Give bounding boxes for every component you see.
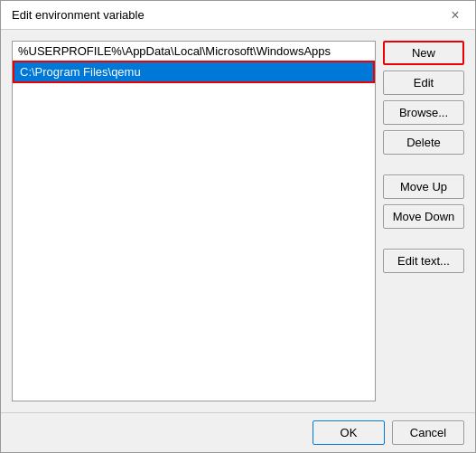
delete-button[interactable]: Delete — [383, 130, 464, 155]
ok-button[interactable]: OK — [313, 420, 385, 445]
dialog-title: Edit environment variable — [12, 8, 145, 22]
dialog-footer: OK Cancel — [1, 412, 475, 452]
spacer-2 — [383, 234, 464, 243]
move-down-button[interactable]: Move Down — [383, 204, 464, 229]
cancel-button[interactable]: Cancel — [392, 420, 464, 445]
env-var-list[interactable]: %USERPROFILE%\AppData\Local\Microsoft\Wi… — [12, 41, 376, 401]
edit-text-button[interactable]: Edit text... — [383, 249, 464, 273]
action-buttons: New Edit Browse... Delete Move Up Move D… — [383, 41, 464, 401]
new-button[interactable]: New — [383, 41, 464, 65]
edit-env-var-dialog: Edit environment variable × %USERPROFILE… — [0, 0, 476, 453]
list-item-selected[interactable]: C:\Program Files\qemu — [13, 61, 375, 83]
close-button[interactable]: × — [446, 6, 464, 24]
list-item[interactable]: %USERPROFILE%\AppData\Local\Microsoft\Wi… — [13, 42, 375, 61]
title-bar: Edit environment variable × — [1, 1, 475, 30]
dialog-body: %USERPROFILE%\AppData\Local\Microsoft\Wi… — [1, 30, 475, 412]
spacer-1 — [383, 160, 464, 169]
move-up-button[interactable]: Move Up — [383, 175, 464, 199]
edit-button[interactable]: Edit — [383, 71, 464, 95]
browse-button[interactable]: Browse... — [383, 100, 464, 125]
